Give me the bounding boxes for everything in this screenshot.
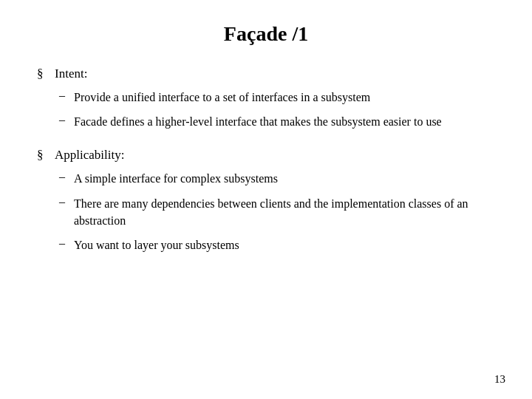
section-intent: § Intent: – Provide a unified interface …	[37, 66, 495, 137]
applicability-sub-bullets: – A simple interface for complex subsyst…	[59, 170, 495, 253]
dash-intent-1: –	[59, 89, 68, 102]
dash-app-2: –	[59, 195, 68, 208]
page-number: 13	[494, 373, 505, 386]
bullet-symbol-intent: §	[37, 66, 47, 81]
intent-sub-text-1: Provide a unified interface to a set of …	[74, 89, 370, 106]
section-applicability: § Applicability: – A simple interface fo…	[37, 148, 495, 261]
app-sub-text-1: A simple interface for complex subsystem…	[74, 170, 278, 187]
app-sub-text-3: You want to layer your subsystems	[74, 236, 239, 253]
dash-app-3: –	[59, 236, 68, 250]
intent-sub-bullets: – Provide a unified interface to a set o…	[59, 89, 495, 130]
main-bullet-intent: § Intent:	[37, 66, 495, 81]
app-sub-3: – You want to layer your subsystems	[59, 236, 495, 253]
bullet-symbol-applicability: §	[37, 148, 47, 163]
app-sub-text-2: There are many dependencies between clie…	[74, 195, 495, 229]
slide: Façade /1 § Intent: – Provide a unified …	[0, 0, 532, 399]
intent-label: Intent:	[55, 66, 87, 81]
intent-sub-2: – Facade defines a higher-level interfac…	[59, 113, 495, 130]
dash-app-1: –	[59, 170, 68, 183]
slide-title: Façade /1	[37, 22, 495, 46]
app-sub-1: – A simple interface for complex subsyst…	[59, 170, 495, 187]
applicability-label: Applicability:	[55, 148, 124, 163]
intent-sub-text-2: Facade defines a higher-level interface …	[74, 113, 442, 130]
app-sub-2: – There are many dependencies between cl…	[59, 195, 495, 229]
main-bullet-applicability: § Applicability:	[37, 148, 495, 163]
intent-sub-1: – Provide a unified interface to a set o…	[59, 89, 495, 106]
dash-intent-2: –	[59, 113, 68, 126]
